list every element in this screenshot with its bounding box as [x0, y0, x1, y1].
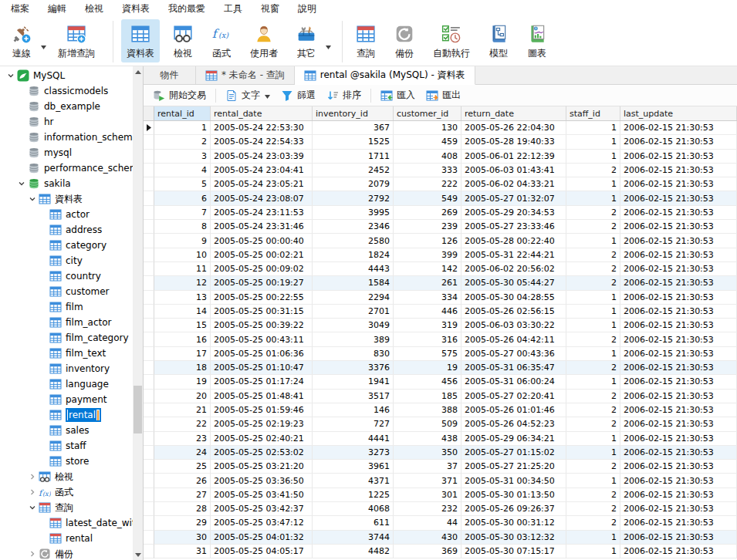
grid-cell-rental_id[interactable]: 30: [154, 531, 211, 545]
grid-cell-return_date[interactable]: 2005-05-26 04:52:23: [461, 417, 566, 431]
grid-cell-rental_date[interactable]: 2005-05-25 00:22:55: [211, 291, 313, 305]
grid-cell-rental_date[interactable]: 2005-05-25 01:06:36: [211, 347, 313, 361]
table-toolbar-button-text[interactable]: 文字: [220, 86, 276, 104]
tree-rename-input[interactable]: rental: [66, 408, 101, 422]
grid-cell-return_date[interactable]: 2005-05-29 20:34:53: [461, 206, 566, 220]
tree-item-film_category[interactable]: film_category: [0, 330, 133, 346]
tree-item-staff[interactable]: staff: [0, 438, 133, 454]
tree-item-city[interactable]: city: [0, 253, 133, 268]
tree-item-sales[interactable]: sales: [0, 423, 133, 438]
grid-cell-rental_date[interactable]: 2005-05-25 00:43:11: [211, 332, 313, 346]
tree-item-node26[interactable]: 檢視: [0, 469, 133, 484]
grid-cell-rental_id[interactable]: 27: [154, 488, 211, 502]
column-header-rental_id[interactable]: rental_id: [154, 106, 211, 120]
grid-cell-customer_id[interactable]: 399: [394, 248, 461, 262]
grid-cell-return_date[interactable]: 2005-05-30 01:13:50: [461, 488, 566, 502]
row-gutter[interactable]: [144, 403, 154, 417]
tree-item-film_actor[interactable]: film_actor: [0, 315, 133, 330]
row-gutter[interactable]: [144, 332, 154, 346]
grid-cell-staff_id[interactable]: 2: [566, 206, 620, 220]
grid-cell-last_update[interactable]: 2006-02-15 21:30:53: [620, 347, 737, 361]
row-gutter[interactable]: [144, 177, 154, 191]
grid-cell-last_update[interactable]: 2006-02-15 21:30:53: [620, 446, 737, 460]
grid-cell-rental_id[interactable]: 1: [154, 121, 211, 135]
collapse-arrow-icon[interactable]: [26, 488, 39, 496]
grid-cell-rental_date[interactable]: 2005-05-24 22:53:30: [211, 121, 313, 135]
grid-cell-staff_id[interactable]: 1: [566, 446, 620, 460]
grid-cell-customer_id[interactable]: 19: [394, 361, 461, 375]
grid-cell-return_date[interactable]: 2005-06-01 22:12:39: [461, 150, 566, 164]
grid-cell-staff_id[interactable]: 2: [566, 403, 620, 417]
menu-edit[interactable]: 編輯: [39, 0, 76, 18]
grid-cell-rental_id[interactable]: 4: [154, 164, 211, 177]
menu-help[interactable]: 說明: [289, 0, 326, 18]
toolbar-button-model[interactable]: 模型: [483, 19, 514, 62]
menu-file[interactable]: 檔案: [2, 0, 39, 18]
column-header-rental_date[interactable]: rental_date: [211, 106, 313, 120]
grid-cell-last_update[interactable]: 2006-02-15 21:30:53: [620, 403, 737, 417]
grid-cell-rental_id[interactable]: 8: [154, 220, 211, 234]
row-gutter[interactable]: [144, 305, 154, 319]
row-gutter[interactable]: [144, 150, 154, 164]
grid-cell-rental_date[interactable]: 2005-05-24 23:11:53: [211, 206, 313, 220]
grid-header-gutter[interactable]: [144, 106, 154, 120]
grid-cell-customer_id[interactable]: 261: [394, 276, 461, 290]
grid-cell-rental_id[interactable]: 10: [154, 248, 211, 262]
tree-item-store[interactable]: store: [0, 454, 133, 469]
grid-cell-return_date[interactable]: 2005-05-31 00:34:50: [461, 474, 566, 487]
tree-item-address[interactable]: address: [0, 222, 133, 238]
tree-item-actor[interactable]: actor: [0, 207, 133, 222]
row-gutter[interactable]: [144, 446, 154, 460]
toolbar-button-query[interactable]: 查詢: [350, 19, 381, 62]
grid-cell-inventory_id[interactable]: 367: [313, 121, 394, 135]
expand-arrow-icon[interactable]: [26, 504, 39, 511]
grid-cell-staff_id[interactable]: 1: [566, 432, 620, 446]
tree-item-node8[interactable]: 資料表: [0, 191, 133, 207]
grid-cell-customer_id[interactable]: 509: [394, 417, 461, 431]
grid-cell-rental_id[interactable]: 12: [154, 276, 211, 290]
grid-cell-rental_id[interactable]: 17: [154, 347, 211, 361]
grid-cell-staff_id[interactable]: 2: [566, 164, 620, 177]
toolbar-button-view[interactable]: 檢視: [167, 19, 198, 62]
row-gutter[interactable]: [144, 206, 154, 220]
grid-cell-return_date[interactable]: 2005-05-27 01:32:07: [461, 191, 566, 205]
row-gutter[interactable]: [144, 234, 154, 248]
grid-cell-rental_date[interactable]: 2005-05-24 22:54:33: [211, 135, 313, 149]
grid-cell-rental_id[interactable]: 6: [154, 191, 211, 205]
grid-cell-rental_date[interactable]: 2005-05-25 04:01:32: [211, 531, 313, 545]
row-gutter[interactable]: [144, 460, 154, 474]
scroll-down-icon[interactable]: [133, 549, 143, 560]
row-gutter[interactable]: [144, 531, 154, 545]
grid-cell-return_date[interactable]: 2005-05-26 01:01:46: [461, 403, 566, 417]
tab-query-editor[interactable]: * 未命名 - 查詢: [196, 66, 295, 84]
grid-cell-rental_date[interactable]: 2005-05-25 00:09:02: [211, 262, 313, 276]
grid-cell-rental_id[interactable]: 15: [154, 319, 211, 332]
tree-item-film_text[interactable]: film_text: [0, 346, 133, 361]
grid-cell-inventory_id[interactable]: 727: [313, 417, 394, 431]
grid-cell-last_update[interactable]: 2006-02-15 21:30:53: [620, 305, 737, 319]
grid-cell-rental_date[interactable]: 2005-05-24 23:05:21: [211, 177, 313, 191]
grid-cell-customer_id[interactable]: 269: [394, 206, 461, 220]
grid-cell-customer_id[interactable]: 44: [394, 516, 461, 530]
grid-cell-last_update[interactable]: 2006-02-15 21:30:53: [620, 177, 737, 191]
grid-cell-inventory_id[interactable]: 3517: [313, 390, 394, 403]
row-gutter[interactable]: [144, 276, 154, 290]
grid-cell-last_update[interactable]: 2006-02-15 21:30:53: [620, 545, 737, 558]
grid-cell-inventory_id[interactable]: 3995: [313, 206, 394, 220]
table-toolbar-button-export[interactable]: 匯出: [421, 86, 466, 104]
grid-cell-rental_id[interactable]: 3: [154, 150, 211, 164]
grid-cell-inventory_id[interactable]: 1525: [313, 135, 394, 149]
column-header-customer_id[interactable]: customer_id: [394, 106, 461, 120]
grid-cell-last_update[interactable]: 2006-02-15 21:30:53: [620, 488, 737, 502]
grid-cell-rental_date[interactable]: 2005-05-25 03:21:20: [211, 460, 313, 474]
grid-cell-last_update[interactable]: 2006-02-15 21:30:53: [620, 502, 737, 516]
column-header-return_date[interactable]: return_date: [461, 106, 566, 120]
grid-cell-staff_id[interactable]: 2: [566, 248, 620, 262]
grid-cell-customer_id[interactable]: 232: [394, 502, 461, 516]
grid-cell-staff_id[interactable]: 2: [566, 417, 620, 431]
menu-table[interactable]: 資料表: [113, 0, 159, 18]
grid-cell-inventory_id[interactable]: 1824: [313, 248, 394, 262]
grid-cell-last_update[interactable]: 2006-02-15 21:30:53: [620, 319, 737, 332]
row-gutter[interactable]: [144, 347, 154, 361]
grid-cell-last_update[interactable]: 2006-02-15 21:30:53: [620, 206, 737, 220]
